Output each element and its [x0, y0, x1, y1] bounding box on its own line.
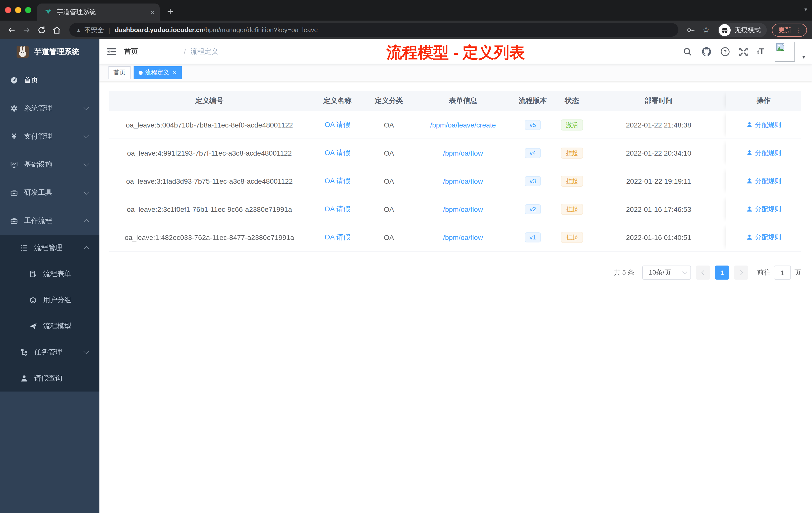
sidebar-logo[interactable]: 芋道管理系统 — [0, 39, 99, 64]
chevron-down-icon — [682, 269, 687, 274]
github-icon[interactable] — [701, 47, 711, 57]
goto-page-input[interactable] — [774, 266, 791, 280]
reload-button[interactable] — [35, 23, 48, 36]
status-badge: 激活 — [561, 119, 583, 130]
back-button[interactable] — [5, 23, 18, 36]
home-button[interactable] — [50, 23, 63, 36]
assign-rule-button[interactable]: 分配规则 — [746, 205, 781, 214]
sidebar-item-system[interactable]: 系统管理 — [0, 94, 99, 122]
fullscreen-icon[interactable] — [738, 47, 749, 57]
page-size-select[interactable]: 10条/页 — [642, 266, 691, 280]
chevron-right-icon — [738, 270, 743, 275]
screen: 芋道管理系统 × + ▼ ▲ 不安全 | dashboard.yudao.ioc… — [0, 0, 812, 513]
form-info-link[interactable]: /bpm/oa/leave/create — [430, 121, 496, 129]
breadcrumb: 首页 / 流程定义 — [124, 47, 238, 56]
url-bar[interactable]: ▲ 不安全 | dashboard.yudao.iocoder.cn /bpm/… — [69, 23, 678, 37]
tab-search-caret-icon[interactable]: ▼ — [804, 7, 808, 12]
new-tab-button[interactable]: + — [163, 4, 177, 19]
sidebar-item-label: 用户分组 — [43, 296, 71, 305]
bookmark-star-icon[interactable]: ☆ — [699, 23, 713, 36]
navbar: 首页 / 流程定义 流程模型 - 定义列表 ? — [99, 39, 812, 64]
form-info-link[interactable]: /bpm/oa/flow — [443, 233, 483, 241]
app-window: 芋道管理系统 首页 系统管理 ¥ — [0, 39, 812, 513]
help-icon[interactable]: ? — [720, 47, 730, 57]
tree-icon — [20, 349, 28, 356]
sidebar-item-label: 工作流程 — [24, 216, 52, 225]
sidebar-item-process-management[interactable]: 流程管理 — [0, 235, 99, 261]
sidebar-item-dev-tools[interactable]: 研发工具 — [0, 179, 99, 207]
security-label[interactable]: 不安全 — [84, 25, 104, 34]
sidebar-toggle-icon[interactable] — [107, 48, 116, 56]
assign-rule-button[interactable]: 分配规则 — [746, 148, 781, 157]
sidebar-item-process-form[interactable]: 流程表单 — [0, 261, 99, 287]
yen-icon: ¥ — [10, 132, 18, 141]
next-page-button[interactable] — [734, 266, 748, 280]
key-icon[interactable] — [685, 23, 697, 36]
sidebar-item-infrastructure[interactable]: 基础设施 — [0, 151, 99, 179]
definition-name-link[interactable]: OA 请假 — [325, 205, 350, 214]
chevron-up-icon — [84, 246, 89, 252]
sidebar-item-label: 基础设施 — [24, 160, 52, 169]
definition-name-link[interactable]: OA 请假 — [325, 233, 350, 242]
breadcrumb-separator: / — [184, 48, 186, 56]
chevron-down-icon — [84, 133, 89, 139]
form-info-link[interactable]: /bpm/oa/flow — [443, 205, 483, 213]
browser-toolbar: ▲ 不安全 | dashboard.yudao.iocoder.cn /bpm/… — [0, 21, 812, 39]
sidebar-item-payment[interactable]: ¥ 支付管理 — [0, 122, 99, 151]
tag-home[interactable]: 首页 — [109, 66, 130, 79]
update-label[interactable]: 更新 — [778, 25, 791, 34]
update-button[interactable]: 更新 ⋮ — [772, 23, 807, 36]
incognito-label: 无痕模式 — [735, 25, 766, 34]
chevron-down-icon — [84, 161, 89, 167]
chevron-down-icon — [84, 349, 89, 354]
definition-id: oa_leave:1:482ec033-762a-11ec-8477-a2380… — [109, 223, 310, 251]
table-row: oa_leave:5:004b710b-7b8a-11ec-8ef0-acde4… — [109, 111, 801, 139]
url-divider: | — [109, 26, 110, 34]
column-header: 定义编号 — [109, 91, 310, 111]
minimize-window-button[interactable] — [15, 7, 21, 13]
tag-close-icon[interactable]: × — [173, 69, 176, 76]
sidebar-item-user-group[interactable]: 用户分组 — [0, 287, 99, 313]
browser-tab[interactable]: 芋道管理系统 × — [37, 3, 160, 21]
table-row: oa_leave:3:1fad3d93-7b75-11ec-a3c8-acde4… — [109, 167, 801, 195]
browser-menu-icon[interactable]: ⋮ — [795, 26, 803, 34]
version-badge: v1 — [524, 232, 541, 242]
assign-rule-button[interactable]: 分配规则 — [746, 120, 781, 129]
definition-category: OA — [365, 167, 413, 195]
avatar[interactable] — [775, 42, 795, 62]
sidebar-item-home[interactable]: 首页 — [0, 66, 99, 94]
assign-rule-button[interactable]: 分配规则 — [746, 176, 781, 185]
sidebar-item-workflow[interactable]: 工作流程 — [0, 207, 99, 235]
sidebar-item-label: 流程模型 — [43, 322, 71, 331]
tag-process-definition[interactable]: 流程定义 × — [134, 66, 181, 79]
prev-page-button[interactable] — [696, 266, 710, 280]
deploy-time: 2022-01-16 01:40:51 — [591, 223, 726, 251]
definition-name-link[interactable]: OA 请假 — [325, 176, 350, 185]
definition-name-link[interactable]: OA 请假 — [325, 120, 350, 129]
paper-plane-icon — [29, 322, 37, 330]
current-page-button[interactable]: 1 — [715, 266, 729, 280]
close-window-button[interactable] — [5, 7, 11, 13]
sidebar-item-leave-query[interactable]: 请假查询 — [0, 365, 99, 392]
security-warning-icon: ▲ — [76, 27, 81, 32]
sidebar-item-process-model[interactable]: 流程模型 — [0, 313, 99, 339]
search-icon[interactable] — [683, 47, 693, 57]
form-info-link[interactable]: /bpm/oa/flow — [443, 149, 483, 157]
url-path: /bpm/manager/definition?key=oa_leave — [204, 26, 318, 34]
sidebar-item-label: 系统管理 — [24, 104, 52, 113]
user-menu-caret-icon[interactable]: ▼ — [802, 55, 806, 60]
definition-name-link[interactable]: OA 请假 — [325, 148, 350, 157]
font-size-icon[interactable]: tT — [757, 47, 764, 57]
tab-close-icon[interactable]: × — [150, 8, 155, 16]
sidebar-item-task-management[interactable]: 任务管理 — [0, 339, 99, 365]
app-title: 芋道管理系统 — [34, 47, 79, 57]
version-badge: v2 — [524, 204, 541, 214]
goto-label: 前往 — [757, 268, 770, 277]
breadcrumb-home[interactable]: 首页 — [124, 47, 179, 56]
forward-button[interactable] — [20, 23, 33, 36]
definition-category: OA — [365, 195, 413, 223]
window-controls — [5, 7, 31, 13]
assign-rule-button[interactable]: 分配规则 — [746, 233, 781, 242]
form-info-link[interactable]: /bpm/oa/flow — [443, 177, 483, 185]
zoom-window-button[interactable] — [25, 7, 31, 13]
